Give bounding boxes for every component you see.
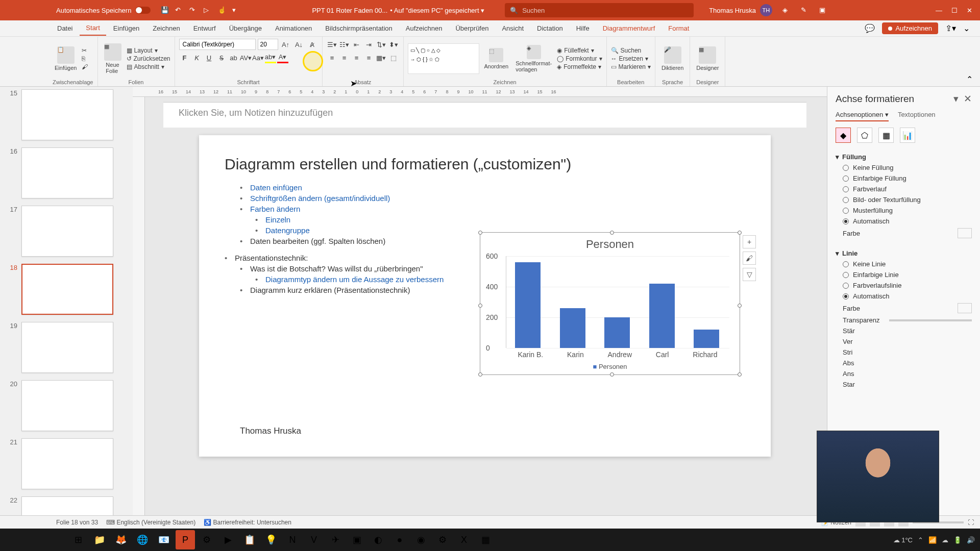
fit-to-window-icon[interactable]: ⛶: [968, 519, 974, 526]
onenote-icon[interactable]: N: [283, 530, 302, 549]
chart-object[interactable]: Personen 0200400600 Karin B.KarinAndrewC…: [480, 232, 740, 375]
thumb-22[interactable]: [21, 496, 113, 515]
text-direction-icon[interactable]: ⬍▾: [388, 39, 399, 50]
settings-icon[interactable]: ⚙: [433, 530, 452, 549]
chrome-icon[interactable]: 🌐: [133, 530, 152, 549]
cutoff-field[interactable]: Ver: [843, 338, 972, 345]
fill-radio-row[interactable]: Farbverlauf: [843, 185, 972, 193]
thumb-16[interactable]: [21, 147, 113, 198]
font-size-combo[interactable]: 20: [258, 39, 278, 50]
quick-styles-button[interactable]: ◈Schnellformat- vorlagen: [513, 44, 554, 73]
columns-icon[interactable]: ▦▾: [376, 52, 387, 63]
bold-icon[interactable]: F: [179, 52, 190, 63]
align-right-icon[interactable]: ≡: [351, 52, 362, 63]
window-icon[interactable]: ▣: [819, 6, 827, 14]
designer-button[interactable]: ▦Designer: [694, 45, 721, 72]
shapes-gallery[interactable]: ▭ ╲ ▢ ○ △ ◇→ ⬡ { } ☆ ⬠: [408, 43, 479, 74]
chart-bar[interactable]: [515, 262, 541, 348]
comments-icon[interactable]: 💬: [865, 23, 875, 33]
chart-title[interactable]: Personen: [480, 238, 740, 251]
grow-font-icon[interactable]: A↑: [280, 39, 291, 50]
format-painter-icon[interactable]: 🖌: [82, 63, 88, 70]
app4-icon[interactable]: ▣: [347, 530, 366, 549]
underline-icon[interactable]: U: [204, 52, 215, 63]
line-radio-row[interactable]: Automatisch: [843, 292, 972, 300]
search-box[interactable]: 🔍 Suchen: [505, 3, 694, 17]
redo-icon[interactable]: ↷: [189, 6, 198, 14]
language-status[interactable]: ⌨ Englisch (Vereinigte Staaten): [106, 519, 195, 526]
chart-bar[interactable]: [649, 284, 675, 348]
filename[interactable]: PPT 01 Roter Faden 00...: [312, 7, 387, 14]
cut-icon[interactable]: ✂: [82, 47, 88, 54]
cutoff-field[interactable]: Star: [843, 381, 972, 388]
clear-format-icon[interactable]: A̷: [307, 39, 318, 50]
visio-icon[interactable]: V: [304, 530, 324, 549]
app6-icon[interactable]: ●: [390, 530, 409, 549]
replace-button[interactable]: ↔ Ersetzen ▾: [611, 55, 651, 62]
weather-widget[interactable]: ☁ 1°C: [893, 536, 913, 544]
app7-icon[interactable]: ◉: [411, 530, 431, 549]
spacing-icon[interactable]: AV▾: [240, 52, 252, 63]
slide-thumbnails[interactable]: 15 16 17 18 19 20 21 22 23: [0, 87, 133, 515]
effects-pane-icon[interactable]: ⬠: [857, 128, 872, 143]
touch-icon[interactable]: ☝: [218, 6, 226, 14]
tray-battery-icon[interactable]: 🔋: [953, 536, 962, 544]
chart-x-axis[interactable]: Karin B.KarinAndrewCarlRichard: [506, 350, 729, 359]
fill-radio-row[interactable]: Musterfüllung: [843, 207, 972, 214]
font-color-icon[interactable]: A▾: [277, 52, 288, 63]
tray-chevron-icon[interactable]: ⌃: [918, 536, 923, 544]
slide-counter[interactable]: Folie 18 von 33: [56, 519, 98, 526]
present-icon[interactable]: ▷: [204, 6, 212, 14]
transparency-slider[interactable]: [889, 319, 972, 321]
bullet-item[interactable]: Einzeln: [255, 215, 745, 224]
chart-bar[interactable]: [604, 317, 630, 348]
text-options-tab[interactable]: Textoptionen: [898, 111, 936, 121]
effects-button[interactable]: ◈ Formeffekte ▾: [557, 63, 602, 70]
line-section-head[interactable]: ▾ Linie: [836, 249, 972, 257]
maximize-icon[interactable]: ☐: [951, 7, 958, 14]
explorer-icon[interactable]: 📁: [90, 530, 109, 549]
cutoff-field[interactable]: Abs: [843, 359, 972, 367]
save-icon[interactable]: 💾: [161, 6, 169, 14]
diamond-icon[interactable]: ◈: [782, 6, 791, 14]
app-icon[interactable]: ⚙: [197, 530, 216, 549]
tab-dictation[interactable]: Dictation: [531, 21, 569, 35]
fill-line-icon[interactable]: ◆: [836, 128, 851, 143]
line-color-swatch[interactable]: [958, 303, 972, 313]
font-name-combo[interactable]: Calibri (Textkörper): [179, 39, 256, 50]
tab-format[interactable]: Format: [662, 21, 695, 35]
outlook-icon[interactable]: 📧: [154, 530, 174, 549]
chart-bar[interactable]: [694, 330, 719, 348]
pen-icon[interactable]: ✎: [801, 6, 809, 14]
indent-dec-icon[interactable]: ⇤: [351, 39, 362, 50]
share-icon[interactable]: ⇪▾: [945, 23, 956, 33]
thumb-17[interactable]: [21, 206, 113, 257]
chart-filter-icon[interactable]: ▽: [743, 268, 756, 281]
tab-datei[interactable]: Datei: [51, 21, 79, 35]
close-icon[interactable]: ✕: [967, 7, 972, 14]
fill-radio-row[interactable]: Bild- oder Texturfüllung: [843, 196, 972, 204]
chart-plot-area[interactable]: 0200400600: [506, 256, 729, 348]
outline-button[interactable]: ◯ Formkontur ▾: [557, 55, 602, 62]
tab-hilfe[interactable]: Hilfe: [570, 21, 596, 35]
excel-icon[interactable]: X: [454, 530, 474, 549]
autosave-toggle[interactable]: [135, 7, 151, 14]
chart-plus-icon[interactable]: +: [743, 235, 756, 248]
line-spacing-icon[interactable]: ⇅▾: [376, 39, 387, 50]
app8-icon[interactable]: ▦: [476, 530, 495, 549]
bullet-item[interactable]: Farben ändern: [240, 205, 745, 213]
record-button[interactable]: Aufzeichnen: [882, 22, 938, 34]
italic-icon[interactable]: K: [191, 52, 203, 63]
tab-zeichnen[interactable]: Zeichnen: [146, 21, 186, 35]
tab-bildschirm[interactable]: Bildschirmpräsentation: [319, 21, 399, 35]
chart-bar[interactable]: [560, 308, 585, 348]
start-icon[interactable]: ⊞: [68, 530, 88, 549]
indent-inc-icon[interactable]: ⇥: [363, 39, 375, 50]
fill-radio-row[interactable]: Automatisch: [843, 217, 972, 225]
thumb-21[interactable]: [21, 438, 113, 489]
fill-radio-row[interactable]: Keine Füllung: [843, 164, 972, 171]
dictate-button[interactable]: 🎤Diktieren: [659, 45, 685, 72]
line-radio-row[interactable]: Farbverlaufslinie: [843, 282, 972, 289]
shadow-icon[interactable]: ab: [228, 52, 239, 63]
bullet-item[interactable]: Daten einfügen: [240, 183, 745, 192]
